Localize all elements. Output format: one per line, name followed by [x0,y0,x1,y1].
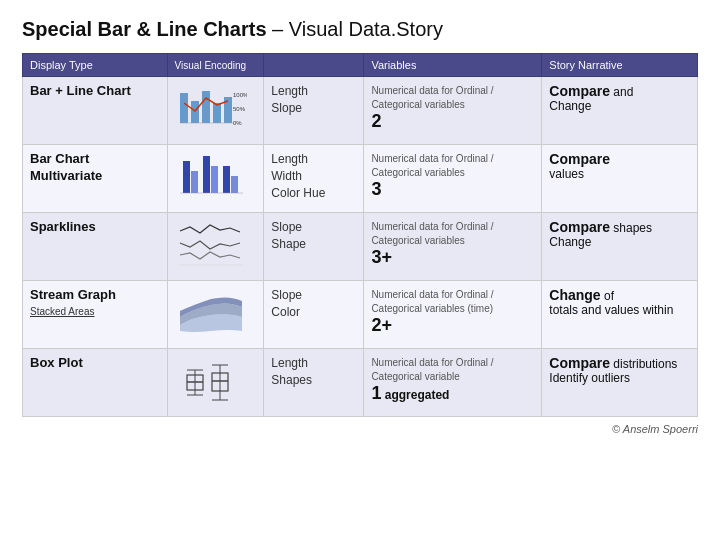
var-label: Numerical data for Ordinal / Categorical… [371,221,493,246]
cell-encoding: SlopeColor [264,281,364,349]
svg-rect-14 [231,176,238,193]
cell-display-type: Box Plot [23,349,168,417]
header-display: Display Type [23,54,168,77]
narrative-bold: Compare [549,151,610,167]
title-thin: – Visual Data.Story [267,18,443,40]
encoding-text: LengthShapes [271,356,312,387]
cell-variables: Numerical data for Ordinal / Categorical… [364,145,542,213]
narrative-connector: shapes [613,221,652,235]
table-row: Bar Chart Multivariate LengthWidthColor … [23,145,698,213]
cell-narrative: Comparevalues [542,145,698,213]
cell-thumbnail [167,145,264,213]
var-label: Numerical data for Ordinal / Categorical… [371,357,493,382]
main-table: Display Type Visual Encoding Variables S… [22,53,698,417]
cell-display-type: Bar Chart Multivariate [23,145,168,213]
cell-encoding: SlopeShape [264,213,364,281]
cell-display-type: Sparklines [23,213,168,281]
encoding-text: SlopeColor [271,288,302,319]
cell-display-type: Stream GraphStacked Areas [23,281,168,349]
table-row: Stream GraphStacked Areas SlopeColorNume… [23,281,698,349]
narrative-rest: Change [549,235,591,249]
svg-rect-9 [183,161,190,193]
cell-encoding: LengthWidthColor Hue [264,145,364,213]
row-name: Sparklines [30,219,96,234]
var-count: 2+ [371,315,392,335]
narrative-connector: of [604,289,614,303]
header-encoding [264,54,364,77]
var-count: 2 [371,111,381,131]
row-name: Bar + Line Chart [30,83,131,98]
var-count: 3 [371,179,381,199]
var-count: 3+ [371,247,392,267]
var-count: 1 aggregated [371,383,449,403]
narrative-bold: Change [549,287,600,303]
svg-text:100%: 100% [233,92,247,98]
row-sub: Stacked Areas [30,306,94,317]
cell-thumbnail [167,213,264,281]
cell-variables: Numerical data for Ordinal / Categorical… [364,349,542,417]
svg-rect-0 [180,93,188,123]
cell-narrative: Compare andChange [542,77,698,145]
svg-rect-10 [191,171,198,193]
footer-credit: © Anselm Spoerri [22,423,698,435]
table-row: Bar + Line Chart 100% 50% 0% LengthSlope… [23,77,698,145]
svg-rect-12 [211,166,218,193]
cell-encoding: LengthShapes [264,349,364,417]
table-row: Box Plot LengthShapesNumerical data for … [23,349,698,417]
encoding-text: LengthSlope [271,84,308,115]
cell-variables: Numerical data for Ordinal / Categorical… [364,213,542,281]
page-title: Special Bar & Line Charts – Visual Data.… [22,18,698,41]
cell-encoding: LengthSlope [264,77,364,145]
cell-narrative: Change oftotals and values within [542,281,698,349]
var-label: Numerical data for Ordinal / Categorical… [371,153,493,178]
cell-variables: Numerical data for Ordinal / Categorical… [364,281,542,349]
cell-thumbnail [167,349,264,417]
svg-rect-2 [202,91,210,123]
svg-rect-4 [224,97,232,123]
narrative-bold: Compare [549,83,610,99]
cell-display-type: Bar + Line Chart [23,77,168,145]
cell-narrative: Compare shapesChange [542,213,698,281]
cell-thumbnail [167,281,264,349]
title-bold: Special Bar & Line Charts [22,18,267,40]
svg-text:50%: 50% [233,106,246,112]
row-name: Stream Graph [30,287,116,302]
svg-rect-3 [213,103,221,123]
header-narrative: Story Narrative [542,54,698,77]
page: Special Bar & Line Charts – Visual Data.… [0,0,720,540]
narrative-bold: Compare [549,355,610,371]
encoding-text: LengthWidthColor Hue [271,152,325,200]
row-name: Bar Chart Multivariate [30,151,102,183]
cell-narrative: Compare distributionsIdentify outliers [542,349,698,417]
narrative-rest: Change [549,99,591,113]
narrative-connector: distributions [613,357,677,371]
narrative-rest: values [549,167,584,181]
svg-rect-1 [191,101,199,123]
encoding-text: SlopeShape [271,220,306,251]
narrative-rest: Identify outliers [549,371,630,385]
narrative-connector: and [613,85,633,99]
header-variables: Variables [364,54,542,77]
var-label: Numerical data for Ordinal / Categorical… [371,289,493,314]
table-row: Sparklines SlopeShapeNumerical data for … [23,213,698,281]
svg-rect-11 [203,156,210,193]
cell-thumbnail: 100% 50% 0% [167,77,264,145]
narrative-rest: totals and values within [549,303,673,317]
var-label: Numerical data for Ordinal / Categorical… [371,85,493,110]
svg-rect-13 [223,166,230,193]
row-name: Box Plot [30,355,83,370]
header-thumb: Visual Encoding [167,54,264,77]
narrative-bold: Compare [549,219,610,235]
cell-variables: Numerical data for Ordinal / Categorical… [364,77,542,145]
